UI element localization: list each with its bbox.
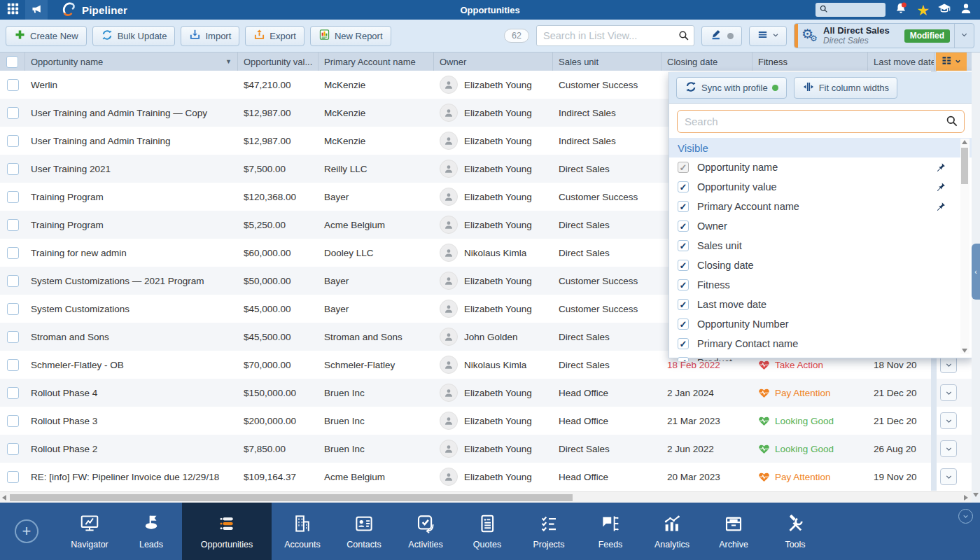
nav-contacts[interactable]: Contacts: [333, 503, 395, 560]
profile-dropdown-button[interactable]: [954, 24, 974, 48]
nav-quotes[interactable]: Quotes: [456, 503, 518, 560]
column-checkbox[interactable]: [678, 201, 689, 212]
row-checkbox[interactable]: [7, 247, 19, 259]
new-report-button[interactable]: New Report: [310, 26, 391, 46]
row-checkbox[interactable]: [7, 275, 19, 287]
global-search[interactable]: [816, 3, 886, 17]
scroll-down-arrow[interactable]: [962, 349, 967, 353]
row-actions-button[interactable]: [940, 468, 957, 485]
panel-scrollbar[interactable]: [960, 139, 969, 354]
row-actions-button[interactable]: [940, 384, 957, 401]
header-opportunity-value[interactable]: Opportunity val...: [238, 52, 318, 71]
header-closing-date[interactable]: Closing date: [662, 52, 752, 71]
column-checkbox[interactable]: [678, 279, 689, 290]
column-item-last-move-date[interactable]: Last move date: [669, 295, 972, 314]
import-button[interactable]: Import: [181, 26, 239, 46]
column-checkbox[interactable]: [678, 260, 689, 271]
pin-icon[interactable]: [936, 202, 946, 211]
column-item-owner[interactable]: Owner: [669, 216, 972, 236]
pipeliner-logo[interactable]: Pipeliner: [60, 0, 127, 20]
bulk-update-button[interactable]: Bulk Update: [92, 26, 176, 46]
column-item-fitness[interactable]: Fitness: [669, 275, 972, 295]
row-checkbox[interactable]: [7, 387, 19, 399]
academy-cap-icon[interactable]: [937, 1, 952, 18]
notifications-button[interactable]: [892, 1, 909, 18]
row-checkbox[interactable]: [7, 303, 19, 315]
nav-projects[interactable]: Projects: [518, 503, 580, 560]
header-sales-unit[interactable]: Sales unit: [553, 52, 662, 71]
header-last-move-date[interactable]: Last move date: [868, 52, 934, 71]
vertical-scrollbar[interactable]: ‹: [972, 52, 980, 503]
collapse-nav-button[interactable]: [958, 509, 973, 524]
row-checkbox[interactable]: [7, 331, 19, 343]
Rollout Phase 3[interactable]: Rollout Phase 3 $200,000.00 Bruen Inc El…: [0, 407, 980, 435]
row-checkbox[interactable]: [7, 415, 19, 427]
column-item-opportunity-number[interactable]: Opportunity Number: [669, 314, 972, 334]
row-checkbox[interactable]: [7, 191, 19, 203]
row-checkbox[interactable]: [7, 107, 19, 119]
column-checkbox[interactable]: [678, 299, 689, 310]
column-checkbox[interactable]: [678, 162, 689, 173]
row-actions-button[interactable]: [940, 440, 957, 457]
nav-analytics[interactable]: Analytics: [641, 503, 703, 560]
row-checkbox[interactable]: [7, 219, 19, 231]
sync-with-profile-button[interactable]: Sync with profile: [676, 77, 787, 99]
scroll-up-arrow[interactable]: [962, 140, 967, 144]
column-checkbox[interactable]: [678, 318, 689, 330]
header-opportunity-name[interactable]: Opportunity name ▼: [25, 52, 238, 71]
RE: [info] FW: Pipeliner Invoice due 12/29/18[interactable]: RE: [info] FW: Pipeliner Invoice due 12/…: [0, 463, 980, 491]
global-search-input[interactable]: [831, 6, 882, 14]
row-checkbox[interactable]: [7, 443, 19, 455]
row-checkbox[interactable]: [7, 135, 19, 147]
column-item-closing-date[interactable]: Closing date: [669, 255, 972, 275]
user-profile-icon[interactable]: [959, 1, 973, 18]
column-item-product[interactable]: Product: [669, 354, 972, 361]
nav-leads[interactable]: Leads: [120, 503, 182, 560]
column-item-primary-account-name[interactable]: Primary Account name: [669, 197, 972, 216]
nav-opportunities[interactable]: Opportunities: [182, 503, 272, 560]
header-primary-account-name[interactable]: Primary Account name: [318, 52, 434, 71]
column-checkbox[interactable]: [678, 220, 689, 232]
row-checkbox[interactable]: [7, 79, 19, 91]
header-fitness[interactable]: Fitness: [752, 52, 868, 71]
column-item-opportunity-value[interactable]: Opportunity value: [669, 177, 972, 197]
row-checkbox[interactable]: [7, 163, 19, 175]
filter-icon[interactable]: ▼: [225, 58, 232, 65]
highlight-edit-button[interactable]: [701, 26, 742, 46]
favorites-star-icon[interactable]: ★: [916, 3, 930, 18]
horizontal-scroll-thumb[interactable]: [10, 494, 573, 501]
list-view-search-input[interactable]: [536, 25, 694, 46]
nav-archive[interactable]: Archive: [703, 503, 764, 560]
column-search-input[interactable]: [677, 110, 965, 133]
column-search[interactable]: [677, 110, 965, 133]
row-checkbox[interactable]: [7, 359, 19, 371]
right-panel-toggle[interactable]: ‹: [972, 244, 980, 300]
select-all-checkbox[interactable]: [6, 56, 18, 68]
row-checkbox[interactable]: [7, 471, 19, 483]
create-new-button[interactable]: Create New: [6, 26, 87, 46]
nav-accounts[interactable]: Accounts: [272, 503, 333, 560]
announcements-button[interactable]: [25, 0, 48, 20]
column-checkbox[interactable]: [678, 181, 689, 192]
pin-icon[interactable]: [936, 162, 946, 172]
app-launcher-button[interactable]: [0, 0, 25, 20]
Rollout Phase 4[interactable]: Rollout Phase 4 $150,000.00 Bruen Inc El…: [0, 379, 980, 407]
horizontal-scrollbar[interactable]: [0, 491, 972, 503]
quick-add-button[interactable]: +: [15, 519, 38, 543]
column-settings-button[interactable]: [936, 52, 967, 71]
column-item-sales-unit[interactable]: Sales unit: [669, 236, 972, 255]
header-owner[interactable]: Owner: [434, 52, 553, 71]
column-item-primary-contact-name[interactable]: Primary Contact name: [669, 334, 972, 354]
scroll-thumb[interactable]: [961, 148, 968, 184]
column-checkbox[interactable]: [678, 240, 689, 251]
fit-column-widths-button[interactable]: Fit column widths: [794, 77, 897, 99]
column-checkbox[interactable]: [678, 338, 689, 349]
scroll-left-arrow[interactable]: [2, 495, 6, 500]
scroll-right-arrow[interactable]: [964, 495, 968, 500]
nav-activities[interactable]: Activities: [395, 503, 456, 560]
pin-icon[interactable]: [936, 182, 946, 192]
export-button[interactable]: Export: [245, 26, 304, 46]
column-checkbox[interactable]: [678, 357, 689, 361]
profile-selector[interactable]: ⚙ ⚙ All Direct Sales Direct Sales Modifi…: [794, 23, 974, 48]
nav-feeds[interactable]: Feeds: [580, 503, 641, 560]
